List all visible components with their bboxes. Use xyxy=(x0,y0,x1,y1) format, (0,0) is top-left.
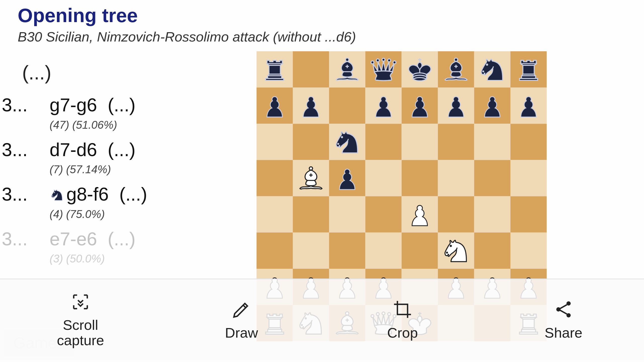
board-square[interactable] xyxy=(293,233,329,269)
move-stats: (3) (50.0%) xyxy=(2,250,257,272)
board-square[interactable] xyxy=(438,196,474,233)
move-ellipsis: (...) xyxy=(108,139,136,160)
share-icon xyxy=(553,299,574,319)
move-stats: (47) (51.06%) xyxy=(2,116,257,139)
board-square[interactable] xyxy=(401,51,438,87)
board-square[interactable] xyxy=(401,87,438,124)
board-square[interactable] xyxy=(510,160,547,196)
board-square[interactable] xyxy=(257,196,293,233)
board-square[interactable] xyxy=(293,87,329,124)
scroll-capture-button[interactable]: Scroll capture xyxy=(0,292,161,348)
board-square[interactable] xyxy=(257,124,293,160)
draw-label: Draw xyxy=(225,325,258,341)
board-square[interactable] xyxy=(401,233,438,269)
board-square[interactable] xyxy=(438,233,474,269)
board-square[interactable] xyxy=(474,87,510,124)
pencil-icon xyxy=(231,299,252,319)
board-square[interactable] xyxy=(474,160,510,196)
page-title: Opening tree xyxy=(18,5,626,27)
screenshot-toolbar: Scroll capture Draw Crop Share xyxy=(0,279,644,361)
board-square[interactable] xyxy=(438,51,474,87)
board-square[interactable] xyxy=(293,124,329,160)
board-square[interactable] xyxy=(510,87,547,124)
move-ellipsis: (...) xyxy=(108,229,136,250)
board-square[interactable] xyxy=(329,124,365,160)
board-square[interactable] xyxy=(365,160,401,196)
board-square[interactable] xyxy=(474,233,510,269)
piece-icon xyxy=(50,186,65,201)
move-number: 3... xyxy=(2,139,50,160)
opening-subtitle: B30 Sicilian, Nimzovich-Rossolimo attack… xyxy=(18,29,626,45)
move-number: 3... xyxy=(2,184,50,205)
svg-point-16 xyxy=(567,301,571,305)
board-square[interactable] xyxy=(474,124,510,160)
board-square[interactable] xyxy=(293,160,329,196)
board-square[interactable] xyxy=(293,51,329,87)
board-square[interactable] xyxy=(293,196,329,233)
board-square[interactable] xyxy=(510,51,547,87)
move-san: d7-d6 xyxy=(50,139,97,160)
share-label: Share xyxy=(545,325,582,341)
move-ellipsis: (...) xyxy=(108,95,136,116)
board-square[interactable] xyxy=(510,196,547,233)
board-square[interactable] xyxy=(474,51,510,87)
board-square[interactable] xyxy=(329,87,365,124)
move-row[interactable]: 3...g7-g6(...)(47) (51.06%) xyxy=(2,95,257,139)
scroll-capture-icon xyxy=(70,292,91,312)
board-square[interactable] xyxy=(510,124,547,160)
board-square[interactable] xyxy=(474,196,510,233)
board-square[interactable] xyxy=(257,51,293,87)
move-san: g8-f6 xyxy=(50,184,109,205)
crop-icon xyxy=(392,299,413,319)
move-row[interactable]: 3...e7-e6(...)(3) (50.0%) xyxy=(2,229,257,273)
board-square[interactable] xyxy=(329,160,365,196)
board-square[interactable] xyxy=(329,51,365,87)
move-san: e7-e6 xyxy=(50,229,97,250)
board-square[interactable] xyxy=(365,51,401,87)
move-number: 3... xyxy=(2,229,50,250)
board-square[interactable] xyxy=(365,233,401,269)
board-square[interactable] xyxy=(438,87,474,124)
board-square[interactable] xyxy=(257,160,293,196)
crop-button[interactable]: Crop xyxy=(322,299,483,341)
board-square[interactable] xyxy=(257,87,293,124)
draw-button[interactable]: Draw xyxy=(161,299,322,341)
board-square[interactable] xyxy=(401,196,438,233)
share-button[interactable]: Share xyxy=(483,299,644,341)
board-square[interactable] xyxy=(438,124,474,160)
board-square[interactable] xyxy=(401,160,438,196)
board-square[interactable] xyxy=(329,196,365,233)
board-square[interactable] xyxy=(401,124,438,160)
board-square[interactable] xyxy=(257,233,293,269)
board-square[interactable] xyxy=(510,233,547,269)
svg-point-18 xyxy=(567,313,571,317)
move-stats: (7) (57.14%) xyxy=(2,160,257,183)
board-square[interactable] xyxy=(365,124,401,160)
move-stats: (4) (75.0%) xyxy=(2,205,257,228)
board-square[interactable] xyxy=(365,196,401,233)
crop-label: Crop xyxy=(387,325,418,341)
move-row[interactable]: 3...g8-f6(...)(4) (75.0%) xyxy=(2,184,257,229)
move-number: 3... xyxy=(2,95,50,116)
scroll-capture-label: Scroll capture xyxy=(57,317,104,348)
board-square[interactable] xyxy=(438,160,474,196)
move-row[interactable]: 3...d7-d6(...)(7) (57.14%) xyxy=(2,139,257,184)
board-square[interactable] xyxy=(329,233,365,269)
move-ellipsis: (...) xyxy=(119,184,147,205)
move-root[interactable]: (...) xyxy=(2,51,257,95)
board-square[interactable] xyxy=(365,87,401,124)
move-san: g7-g6 xyxy=(50,95,97,116)
